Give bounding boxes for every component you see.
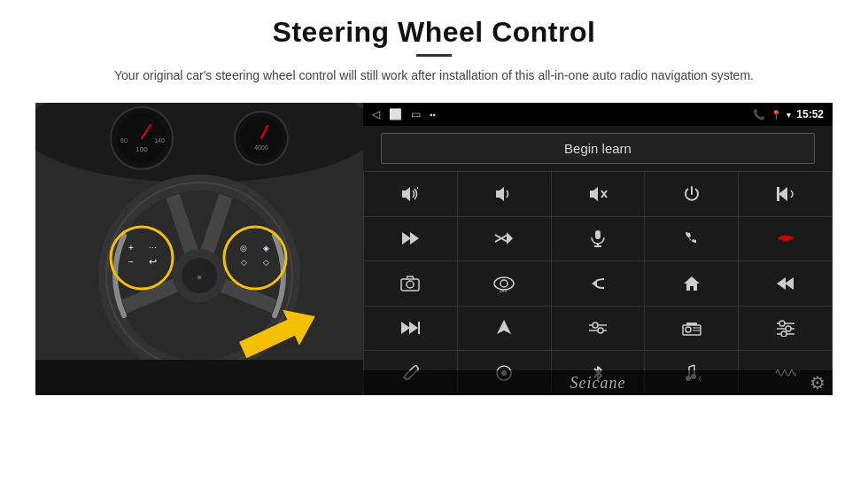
ctrl-vol-up[interactable] [364, 172, 457, 215]
ctrl-skip-back[interactable] [739, 261, 832, 305]
ctrl-shuffle[interactable] [458, 217, 551, 260]
svg-text:●: ● [197, 272, 202, 282]
ctrl-power[interactable] [645, 172, 738, 215]
svg-text:60: 60 [120, 137, 128, 144]
gear-icon[interactable]: ⚙ [810, 373, 825, 393]
status-bar-nav: ◁ ⬜ ▭ ▪▪ [372, 108, 436, 120]
svg-text:⋯: ⋯ [149, 244, 157, 253]
svg-marker-36 [590, 187, 598, 201]
svg-text:360°: 360° [500, 288, 508, 293]
svg-text:100: 100 [136, 145, 148, 153]
ctrl-radio[interactable] [645, 307, 738, 350]
begin-learn-button[interactable]: Begin learn [381, 133, 815, 164]
page-wrapper: Steering Wheel Control Your original car… [0, 0, 868, 482]
svg-point-76 [786, 326, 791, 331]
location-status-icon: 📍 [771, 110, 781, 120]
svg-marker-42 [410, 232, 419, 245]
ctrl-prev-call[interactable] [739, 172, 832, 215]
svg-text:◇: ◇ [263, 258, 269, 267]
svg-marker-33 [402, 187, 410, 201]
android-screen: ◁ ⬜ ▭ ▪▪ 📞 📍 ▾ 15:52 Begin learn [363, 103, 833, 395]
gear-icon-container[interactable]: ⚙ [810, 372, 825, 393]
svg-point-74 [779, 321, 785, 326]
ctrl-next-track[interactable] [364, 217, 457, 260]
svg-point-62 [593, 323, 598, 328]
svg-marker-55 [684, 276, 700, 291]
status-bar: ◁ ⬜ ▭ ▪▪ 📞 📍 ▾ 15:52 [363, 103, 833, 126]
svg-text:140: 140 [154, 137, 165, 144]
svg-point-52 [500, 280, 508, 287]
svg-marker-57 [777, 277, 786, 290]
svg-text:◈: ◈ [263, 244, 269, 253]
svg-text:◎: ◎ [240, 244, 247, 253]
page-title: Steering Wheel Control [114, 16, 754, 49]
car-image-section: 100 60 140 4000 [35, 103, 363, 395]
svg-rect-46 [595, 230, 601, 239]
svg-marker-35 [496, 187, 504, 201]
subtitle: Your original car's steering wheel contr… [114, 66, 754, 85]
ctrl-sliders[interactable] [739, 307, 832, 350]
ctrl-mic[interactable] [552, 217, 645, 260]
svg-text:◇: ◇ [241, 258, 247, 267]
svg-rect-40 [777, 187, 779, 201]
svg-rect-32 [35, 360, 363, 395]
title-section: Steering Wheel Control Your original car… [114, 16, 754, 96]
svg-marker-39 [779, 187, 787, 201]
ctrl-eq[interactable] [552, 307, 645, 350]
car-image-canvas: 100 60 140 4000 [35, 103, 363, 395]
ctrl-home[interactable] [645, 261, 738, 305]
branding-bar: Seicane [363, 370, 833, 395]
ctrl-camera[interactable] [364, 261, 457, 305]
svg-line-84 [689, 365, 694, 367]
svg-rect-72 [686, 323, 697, 325]
ctrl-vol-down[interactable] [458, 172, 551, 215]
svg-text:4000: 4000 [254, 144, 268, 151]
ctrl-phone-answer[interactable] [645, 217, 738, 260]
seicane-logo: Seicane [570, 374, 626, 393]
svg-marker-58 [401, 322, 410, 334]
signal-icon: ▪▪ [430, 110, 436, 120]
svg-marker-45 [507, 232, 513, 245]
ctrl-fast-forward[interactable] [364, 307, 457, 350]
svg-point-50 [407, 281, 414, 288]
ctrl-navigation[interactable] [458, 307, 551, 350]
phone-status-icon: 📞 [753, 109, 765, 120]
svg-marker-56 [785, 277, 794, 290]
svg-point-65 [598, 328, 603, 333]
ctrl-phone-end[interactable] [739, 217, 832, 260]
svg-text:+: + [128, 243, 134, 253]
title-divider [416, 54, 452, 57]
back-nav-icon[interactable]: ◁ [372, 108, 380, 120]
home-nav-icon[interactable]: ⬜ [389, 108, 402, 120]
svg-text:↩: ↩ [149, 256, 157, 267]
ctrl-360[interactable]: 360° [458, 261, 551, 305]
svg-point-69 [686, 327, 691, 332]
recents-nav-icon[interactable]: ▭ [411, 108, 421, 120]
wifi-status-icon: ▾ [787, 110, 791, 120]
svg-marker-61 [497, 320, 511, 334]
control-grid: 360° [363, 171, 833, 395]
svg-marker-59 [409, 322, 418, 334]
svg-text:−: − [128, 257, 134, 267]
status-bar-info: 📞 📍 ▾ 15:52 [753, 108, 824, 120]
ctrl-mute[interactable] [552, 172, 645, 215]
time-display: 15:52 [796, 108, 824, 120]
svg-point-78 [781, 331, 787, 337]
content-area: 100 60 140 4000 [35, 103, 833, 482]
svg-rect-60 [418, 322, 420, 334]
svg-marker-54 [592, 280, 597, 287]
ctrl-back[interactable] [552, 261, 645, 305]
begin-learn-area: Begin learn [363, 126, 833, 171]
svg-marker-41 [402, 232, 411, 245]
